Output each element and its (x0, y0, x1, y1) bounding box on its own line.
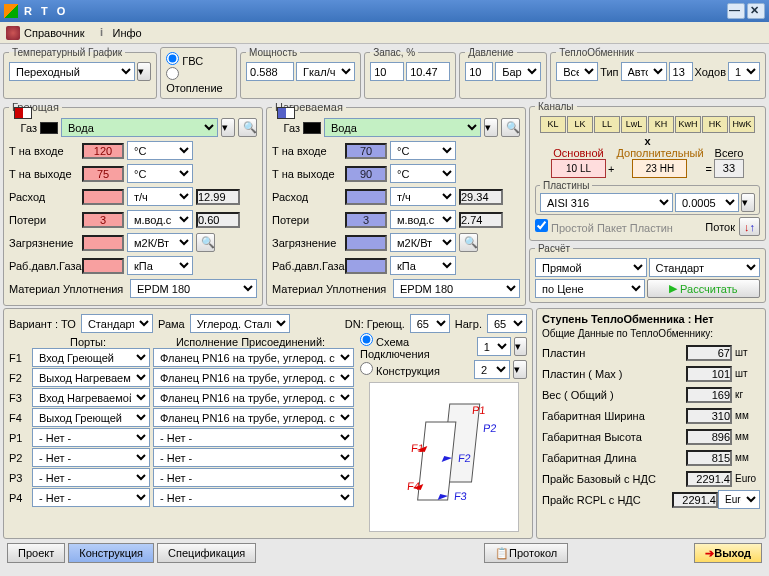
pressure-unit[interactable]: Бар (495, 62, 541, 81)
radio-scheme[interactable]: Схема Подключения (360, 333, 474, 360)
exec-P1[interactable]: - Нет - (153, 428, 354, 447)
reserve-in[interactable] (370, 62, 404, 81)
plate-thickness[interactable]: 0.0005 (675, 193, 739, 212)
heat-type[interactable]: Авто (621, 62, 667, 81)
ch-LK[interactable]: LK (567, 116, 593, 133)
menu-ref[interactable]: Справочник (6, 26, 85, 40)
hot-mat[interactable]: EPDM 180 (130, 279, 257, 298)
cold-tout-u[interactable]: °C (390, 164, 456, 183)
cold-mat[interactable]: EPDM 180 (393, 279, 520, 298)
hot-wp[interactable] (82, 258, 124, 274)
plate-material[interactable]: AISI 316 (540, 193, 673, 212)
cold-wp[interactable] (345, 258, 387, 274)
ch-HwK[interactable]: HwK (729, 116, 755, 133)
port-F4[interactable]: Выход Греющей (32, 408, 150, 427)
constr-n[interactable]: 2 (474, 360, 510, 379)
gvs-radio[interactable]: ГВС (166, 55, 203, 67)
power-value[interactable] (246, 62, 294, 81)
btn-protocol[interactable]: 📋 Протокол (484, 543, 568, 563)
port-F1[interactable]: Вход Греющей (32, 348, 150, 367)
cold-tout[interactable] (345, 166, 387, 182)
ch-HK[interactable]: HK (702, 116, 728, 133)
hot-flow[interactable] (82, 189, 124, 205)
cold-fluid-mag[interactable]: 🔍 (501, 118, 520, 137)
exec-F4[interactable]: Фланец PN16 на трубе, углерод. с (153, 408, 354, 427)
hot-foul[interactable] (82, 235, 124, 251)
heat-moves[interactable]: 1 (728, 62, 760, 81)
exec-F1[interactable]: Фланец PN16 на трубе, углерод. с (153, 348, 354, 367)
plate-dd[interactable]: ▾ (741, 193, 755, 212)
simple-pack-check[interactable]: Простой Пакет Пластин (535, 219, 673, 234)
ch-KL[interactable]: KL (540, 116, 566, 133)
scheme-dd[interactable]: ▾ (514, 337, 527, 356)
cold-tin-u[interactable]: °C (390, 141, 456, 160)
hot-fluid-mag[interactable]: 🔍 (238, 118, 257, 137)
cold-fluid-dd[interactable]: ▾ (484, 118, 498, 137)
ch-LL[interactable]: LL (594, 116, 620, 133)
port-F3[interactable]: Вход Нагреваемой (32, 388, 150, 407)
var-dn2[interactable]: 65 (487, 314, 527, 333)
hot-tout[interactable] (82, 166, 124, 182)
var-dn1[interactable]: 65 (410, 314, 450, 333)
exec-F3[interactable]: Фланец PN16 на трубе, углерод. с (153, 388, 354, 407)
hot-loss-u[interactable]: м.вод.с (127, 210, 193, 229)
exec-P2[interactable]: - Нет - (153, 448, 354, 467)
constr-dd[interactable]: ▾ (513, 360, 527, 379)
exec-F2[interactable]: Фланец PN16 на трубе, углерод. с (153, 368, 354, 387)
tab-construction[interactable]: Конструкция (68, 543, 154, 563)
hot-foul-u[interactable]: м2К/Вт (127, 233, 193, 252)
calc-button[interactable]: ▶ Рассчитать (647, 279, 761, 298)
temp-graph-select[interactable]: Переходный (9, 62, 135, 81)
ch-LwL[interactable]: LwL (621, 116, 647, 133)
port-P1[interactable]: - Нет - (32, 428, 150, 447)
cold-foul-u[interactable]: м2К/Вт (390, 233, 456, 252)
port-P2[interactable]: - Нет - (32, 448, 150, 467)
cold-loss[interactable] (345, 212, 387, 228)
exec-P3[interactable]: - Нет - (153, 468, 354, 487)
hot-tout-u[interactable]: °C (127, 164, 193, 183)
calc-mode2[interactable]: Стандарт (649, 258, 761, 277)
radio-constr[interactable]: Конструкция (360, 362, 440, 377)
port-P3[interactable]: - Нет - (32, 468, 150, 487)
cold-foul[interactable] (345, 235, 387, 251)
tab-spec[interactable]: Спецификация (157, 543, 256, 563)
var-steel[interactable]: Углерод. Сталь (190, 314, 290, 333)
scheme-n[interactable]: 1 (477, 337, 511, 356)
cold-tin[interactable] (345, 143, 387, 159)
res-currency[interactable]: Euro (718, 490, 760, 509)
heat-all[interactable]: Все (556, 62, 598, 81)
flow-button[interactable]: ↓↑ (739, 217, 760, 236)
pressure-val[interactable] (465, 62, 493, 81)
power-unit[interactable]: Гкал/ч (296, 62, 355, 81)
hot-foul-mag[interactable]: 🔍 (196, 233, 215, 252)
hot-loss[interactable] (82, 212, 124, 228)
hot-tin-u[interactable]: °C (127, 141, 193, 160)
exec-P4[interactable]: - Нет - (153, 488, 354, 507)
cold-loss-u[interactable]: м.вод.с (390, 210, 456, 229)
hot-fluid-dd[interactable]: ▾ (221, 118, 235, 137)
var-std[interactable]: Стандарт (81, 314, 153, 333)
hot-fluid[interactable]: Вода (61, 118, 218, 137)
port-P4[interactable]: - Нет - (32, 488, 150, 507)
heating-radio[interactable]: Отопление (166, 70, 222, 94)
minimize-button[interactable]: — (727, 3, 745, 19)
hot-tin[interactable] (82, 143, 124, 159)
btn-exit[interactable]: ➔Выход (694, 543, 762, 563)
calc-sort[interactable]: по Цене (535, 279, 645, 298)
menu-info[interactable]: i Инфо (95, 26, 142, 40)
cold-flow[interactable] (345, 189, 387, 205)
cold-foul-mag[interactable]: 🔍 (459, 233, 478, 252)
temp-dd[interactable]: ▾ (137, 62, 151, 81)
fs-pressure: Давление Бар (459, 47, 547, 99)
cold-flow-u[interactable]: т/ч (390, 187, 456, 206)
cold-wp-u[interactable]: кПа (390, 256, 456, 275)
close-button[interactable]: ✕ (747, 3, 765, 19)
hot-flow-u[interactable]: т/ч (127, 187, 193, 206)
calc-mode1[interactable]: Прямой (535, 258, 647, 277)
port-F2[interactable]: Выход Нагреваемой (32, 368, 150, 387)
tab-project[interactable]: Проект (7, 543, 65, 563)
hot-wp-u[interactable]: кПа (127, 256, 193, 275)
cold-fluid[interactable]: Вода (324, 118, 481, 137)
ch-KwH[interactable]: KwH (675, 116, 701, 133)
ch-KH[interactable]: KH (648, 116, 674, 133)
